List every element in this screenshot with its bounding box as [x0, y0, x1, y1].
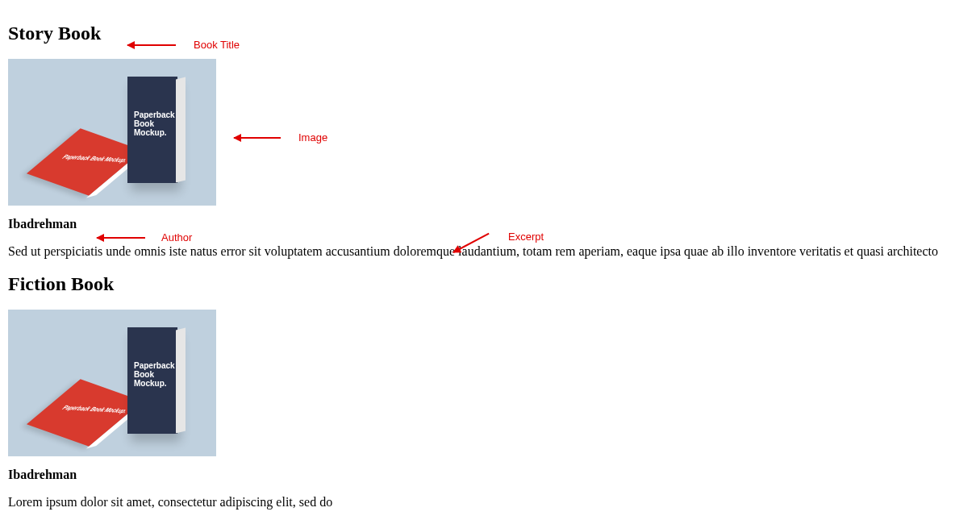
- book-red-illustration: Paperback Book Mockup.: [27, 128, 143, 195]
- annotation-excerpt: Excerpt: [508, 231, 544, 243]
- book-navy-illustration: Paperback Book Mockup.: [127, 77, 177, 183]
- book-entry: Fiction Book Paperback Book Mockup. Pape…: [8, 273, 980, 510]
- book-navy-illustration: Paperback Book Mockup.: [127, 327, 177, 434]
- book-navy-label: Paperback Book Mockup.: [134, 110, 177, 137]
- book-excerpt: Lorem ipsum dolor sit amet, consectetur …: [8, 495, 980, 510]
- book-red-label: Paperback Book Mockup.: [60, 404, 130, 414]
- book-red-label: Paperback Book Mockup.: [60, 153, 130, 163]
- arrow-icon: [97, 237, 145, 239]
- book-excerpt: Sed ut perspiciatis unde omnis iste natu…: [8, 244, 980, 259]
- book-image: Paperback Book Mockup. Paperback Book Mo…: [8, 310, 216, 456]
- book-red-illustration: Paperback Book Mockup.: [27, 379, 143, 446]
- book-navy-label: Paperback Book Mockup.: [134, 361, 177, 388]
- annotation-image: Image: [298, 131, 327, 144]
- book-title: Story Book: [8, 23, 980, 44]
- book-title: Fiction Book: [8, 273, 980, 295]
- book-image: Paperback Book Mockup. Paperback Book Mo…: [8, 59, 216, 206]
- annotation-author: Author: [161, 231, 192, 243]
- book-author: Ibadrehman: [8, 468, 980, 482]
- arrow-icon: [234, 137, 281, 139]
- book-author: Ibadrehman: [8, 217, 980, 231]
- book-entry: Story Book Paperback Book Mockup. Paperb…: [8, 23, 980, 259]
- arrow-icon: [127, 44, 176, 46]
